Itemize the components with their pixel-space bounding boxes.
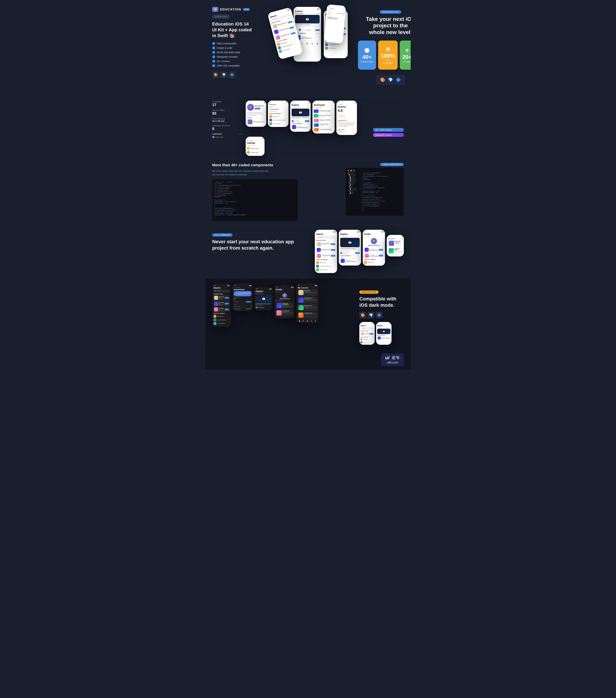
sketch-logo: 💎 — [388, 78, 393, 82]
edu-kit-badge: EDUCATION UI KIT — [380, 10, 401, 14]
swift-logo: 🔷 — [396, 78, 401, 82]
feature-item: ✓ 100% iOS compatible — [212, 64, 260, 67]
swift-badge: 🔷 — [228, 71, 236, 78]
stat-card-ios: ▦ 100% iOS compatible — [378, 41, 398, 70]
fully-coded-section: FULLY CODED APP Never start your next ed… — [205, 225, 411, 278]
feature-item: ✓ Design & code — [212, 46, 260, 50]
feature-item: ✓ Fully customizable — [212, 42, 260, 45]
stat-label-screens: Screens — [403, 60, 411, 63]
coded-components-badge: CODED COMPONENTS — [380, 163, 404, 166]
stat-label-ios: iOS compatible — [381, 59, 395, 64]
profile-light-phone: 9:41▐▐ ◼ Profile Current User M Mathew A… — [363, 230, 385, 266]
coded-components-section: More than 40+ coded components We have c… — [205, 159, 411, 224]
profile-light-screen: 9:41▐▐ ◼ Profile Current User M Mathew A… — [363, 230, 385, 266]
dark-search-screen: 7:09▐▐ ◼ Search 🔍 Search Recently Viewed… — [212, 283, 231, 327]
dark-search-phone: 7:09▐▐ ◼ Search 🔍 Search Recently Viewed… — [212, 283, 231, 327]
stat-label-components: Components — [361, 60, 373, 63]
feature-list: ✓ Fully customizable ✓ Design & code ✓ W… — [212, 42, 260, 67]
fully-coded-badge: FULLY CODED APP — [212, 233, 233, 237]
search-light-phone: 9:41▐▐ ◼ Search 🔍 Search Recently Viewed… — [315, 230, 337, 273]
stats-panel: Completed 17 Lessons Taken 93 Hours Watc… — [212, 101, 243, 139]
watermark-ui: ui — [385, 355, 390, 361]
mobile-screens-badge: 20+ mobile screens — [373, 128, 404, 132]
fully-coded-phones: 9:41▐▐ ◼ Search 🔍 Search Recently Viewed… — [311, 230, 404, 273]
dark-mode-badge: SAVE YOUR TIME — [359, 291, 378, 294]
styleguide-badge: Styleguide included — [373, 133, 404, 137]
check-icon: ✓ — [212, 42, 215, 45]
watermark-section: ui 老爷 uil8.com — [205, 350, 411, 369]
certificates-stat: Certificates Received 5 — [212, 125, 243, 131]
feature-item: ✓ 20+ screens — [212, 60, 260, 63]
dark-mode-section: 7:09▐▐ ◼ Search 🔍 Search Recently Viewed… — [205, 278, 411, 350]
bottom-explore-screen: 9:41◼ Explore Now Trending 🏔 Designing G… — [376, 322, 392, 345]
check-icon: ✓ — [212, 64, 215, 67]
dark-mode-info: SAVE YOUR TIME Compatible withiOS dark m… — [359, 283, 404, 345]
code-editor-right: 📁 Education 📄 AppDelegate 📁 Controllers … — [346, 168, 404, 216]
feature-item: ✓ Styleguide included — [212, 55, 260, 58]
dark-bottom-phones: 9:41◼ Search 🔍 Search Recently Viewed Ba… — [359, 322, 404, 345]
search-light-screen: 9:41▐▐ ◼ Search 🔍 Search Recently Viewed… — [315, 230, 337, 273]
bottom-explore-phone: 9:41◼ Explore Now Trending 🏔 Designing G… — [376, 322, 392, 345]
coded-title: More than 40+ coded components — [212, 163, 339, 167]
small-screen: 9:41◼ ← Profile Key Subject Computer Sci… — [326, 4, 346, 22]
explore-light-phone: 9:41▐▐ ◼ Explore Now Trending 🏔 Designin… — [339, 230, 361, 266]
logo-text: UI — [214, 8, 216, 11]
filter-phone: 9:41◼ Marketing Other Course Duration Le… — [268, 101, 289, 127]
coded-desc: We have coded more than 40+ different co… — [212, 169, 281, 177]
code-editor-left: // Education App - Course Cell import UI… — [212, 179, 298, 221]
version-badge: v1.0 — [243, 8, 250, 11]
components-icon: ⬤ — [364, 47, 369, 53]
ios-icon: ▦ — [386, 46, 390, 52]
figma-badge: 🎨 — [212, 71, 219, 78]
watermark-chinese: 老爷 — [392, 355, 400, 361]
edu-kit-title: Take your next iOS project to thewhole n… — [358, 16, 411, 36]
stat-number-screens: 20+ — [403, 54, 411, 60]
stat-number-ios: 100% — [381, 53, 395, 58]
hours-watched-stat: Hours Watched 46 h 09 min — [212, 118, 243, 123]
explore-light-screen: 9:41▐▐ ◼ Explore Now Trending 🏔 Designin… — [339, 230, 361, 266]
check-icon: ✓ — [212, 46, 215, 50]
hero-title: Education iOS 14UI Kit + App codedin Swi… — [212, 21, 260, 39]
screens-icon: ◈ — [405, 47, 409, 53]
bottom-search-screen: 9:41◼ Search 🔍 Search Recently Viewed Ba… — [359, 322, 375, 345]
swift-dark-badge: 🔷 — [376, 312, 382, 319]
user-detail-screen: 9:41◼ M Mark Anderson iOS Developer FOLL… — [246, 101, 266, 127]
reviews-phone: 9:41◼ ← Back Reviews 4.5 out of 5 ★★★★½ … — [336, 101, 357, 135]
explore-phone-2: 9:41◼ Explore Now Trending 🏔 Designing G… — [290, 101, 311, 132]
bookmarks-screen: 9:41◼ Bookmarks Course Wishlist Visual D… — [312, 101, 335, 134]
figma-logo: 🎨 — [380, 78, 385, 82]
dark-my-courses-screen: 7:09▐▐ ◼ My Courses Basics of D... 14 LE… — [296, 283, 319, 323]
brand-name: EDUCATION — [220, 8, 241, 11]
coded-right-panel: CODED COMPONENTS 📁 Education 📄 AppDelega… — [346, 163, 404, 216]
courses-completed-stat: Completed 17 — [212, 101, 243, 107]
dark-profile-screen: 7:09▐▐ ◼ Profile Current User M Mathew A… — [275, 285, 295, 319]
dark-mode-title: Compatible withiOS dark mode. — [359, 296, 404, 308]
dark-achievement-screen: 7:04▐▐ ◼ ← Profile Achievement ⚡ Off to … — [233, 283, 253, 311]
lessons-taken-stat: Lessons Taken 93 — [212, 109, 243, 116]
filter-screen: 9:41◼ Marketing Other Course Duration Le… — [268, 101, 289, 127]
bottom-search-phone: 9:41◼ Search 🔍 Search Recently Viewed Ba… — [359, 322, 375, 345]
figma-dark-badge: 🎨 — [359, 312, 366, 319]
feature-item: ✓ Works with dark mode — [212, 51, 260, 54]
leaderboard-preview: Leaderboard See All 3 Mathew Clarke — [212, 133, 243, 139]
fully-coded-title: Never start your next education appproje… — [212, 239, 305, 251]
dark-explore-screen: 7:09▐▐ ◼ Explore Now Trending 🏔 Designin… — [254, 287, 273, 310]
dark-profile-phone: 7:09▐▐ ◼ Profile Current User M Mathew A… — [275, 285, 295, 319]
logo-badge: UI — [212, 7, 218, 12]
dark-explore-phone: 7:09▐▐ ◼ Explore Now Trending 🏔 Designin… — [254, 287, 273, 310]
badges-panel: 20+ mobile screens Styleguide included — [373, 101, 404, 137]
phone-screens-row: 9:41◼ M Mark Anderson iOS Developer FOLL… — [246, 101, 370, 156]
coded-kit-badge: CODED UI KIT — [212, 15, 230, 18]
stat-number-components: 40+ — [362, 54, 372, 60]
watermark-box: ui 老爷 uil8.com — [381, 353, 404, 366]
tech-logos-bar: 🎨 💎 🔷 — [376, 75, 405, 85]
stats-grid: ⬤ 40+ Components ▦ 100% iOS compatible ◈… — [358, 41, 411, 70]
explore-screen-2: 9:41◼ Explore Now Trending 🏔 Designing G… — [290, 101, 311, 132]
stat-card-components: ⬤ 40+ Components — [358, 41, 376, 70]
check-icon: ✓ — [212, 51, 215, 54]
dark-achievement-phone: 7:04▐▐ ◼ ← Profile Achievement ⚡ Off to … — [233, 283, 253, 311]
check-icon: ✓ — [212, 55, 215, 58]
user-detail-phone: 9:41◼ M Mark Anderson iOS Developer FOLL… — [246, 101, 266, 127]
settings-screen: 9:41◼ ← Cancel Settings General ⭐ Latest… — [246, 137, 265, 156]
dark-phones-area: 7:09▐▐ ◼ Search 🔍 Search Recently Viewed… — [212, 283, 354, 345]
